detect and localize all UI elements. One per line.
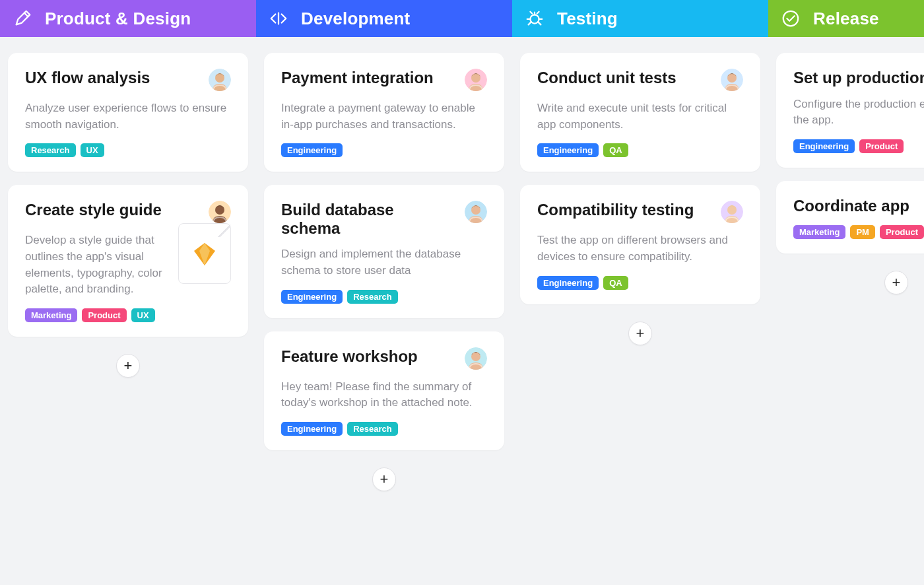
add-card-button[interactable]: + [116,354,140,378]
tag[interactable]: Engineering [281,290,343,304]
card[interactable]: Conduct unit testsWrite and execute unit… [520,53,760,172]
tag-list: EngineeringProduct [793,139,924,153]
column-testing: TestingConduct unit testsWrite and execu… [512,0,768,585]
card[interactable]: UX flow analysisAnalyze user experience … [8,53,248,172]
card[interactable]: Payment integrationIntegrate a payment g… [264,53,504,172]
card-description: Write and execute unit tests for critica… [537,100,743,133]
tag-list: EngineeringResearch [281,290,487,304]
card-description: Configure the production environment for… [793,96,924,129]
card-title: Conduct unit tests [537,69,679,87]
attachment-thumbnail[interactable] [178,223,231,284]
svg-point-3 [215,205,224,215]
svg-point-16 [727,205,737,215]
tag[interactable]: Research [25,143,76,157]
card-description: Develop a style guide that outlines the … [25,232,170,298]
tag-list: ResearchUX [25,143,231,157]
card[interactable]: Build database schemaDesign and implemen… [264,185,504,318]
add-card-button[interactable]: + [884,271,908,294]
tag[interactable]: Engineering [281,422,343,436]
card-description: Design and implement the database schema… [281,246,487,279]
bug-icon [524,8,545,29]
column-title: Development [301,9,410,29]
svg-point-14 [727,73,737,83]
card-title: Compatibility testing [537,201,696,219]
column-title: Release [813,9,879,29]
avatar[interactable] [209,69,231,91]
column-header-release[interactable]: Release [768,0,924,37]
card-head: UX flow analysis [25,69,231,91]
svg-point-11 [471,352,480,361]
tag[interactable]: Research [347,422,398,436]
card-body: Develop a style guide that outlines the … [25,223,231,298]
tag[interactable]: Product [82,308,126,322]
card-title: UX flow analysis [25,69,152,87]
svg-point-7 [471,73,480,83]
tag[interactable]: Marketing [793,225,845,239]
card-title: Coordinate app [793,197,912,215]
card-head: Coordinate app [793,197,924,215]
tag[interactable]: Engineering [281,143,343,157]
kanban-board: Product & DesignUX flow analysisAnalyze … [0,0,924,585]
column-release: ReleaseSet up productionConfigure the pr… [768,0,924,585]
column-header-testing[interactable]: Testing [512,0,768,37]
tag[interactable]: QA [603,143,628,157]
cards-list: Payment integrationIntegrate a payment g… [256,37,512,499]
avatar[interactable] [721,201,743,223]
pen-icon [12,8,33,29]
card-head: Payment integration [281,69,487,91]
code-icon [268,8,289,29]
svg-point-1 [215,73,224,83]
tag[interactable]: UX [81,143,104,157]
tag[interactable]: Research [347,290,398,304]
tag[interactable]: PM [850,225,875,239]
card[interactable]: Feature workshopHey team! Please find th… [264,331,504,450]
card-head: Compatibility testing [537,201,743,223]
column-header-development[interactable]: Development [256,0,512,37]
card-description: Test the app on different browsers and d… [537,232,743,265]
card-description: Hey team! Please find the summary of tod… [281,379,487,411]
card-title: Payment integration [281,69,436,87]
column-development: DevelopmentPayment integrationIntegrate … [256,0,512,585]
card-title: Build database schema [281,201,457,237]
column-title: Product & Design [45,9,191,29]
tag[interactable]: Engineering [793,139,855,153]
card-description: Integrate a payment gateway to enable in… [281,100,487,133]
card-title: Create style guide [25,201,164,219]
add-card-button[interactable]: + [628,322,652,345]
cards-list: Conduct unit testsWrite and execute unit… [512,37,768,353]
card-title: Set up production [793,69,924,87]
avatar[interactable] [721,69,743,91]
tag[interactable]: QA [603,276,628,290]
tag[interactable]: Engineering [537,143,599,157]
column-header-product-design[interactable]: Product & Design [0,0,256,37]
tag-list: EngineeringQA [537,276,743,290]
svg-point-17 [783,11,799,26]
column-title: Testing [557,9,618,29]
tag[interactable]: Product [859,139,904,153]
avatar[interactable] [465,69,487,91]
tag-list: MarketingProductUX [25,308,231,322]
column-product-design: Product & DesignUX flow analysisAnalyze … [0,0,256,585]
tag-list: Engineering [281,143,487,157]
svg-point-9 [471,205,480,215]
tag[interactable]: Product [880,225,924,239]
card-head: Conduct unit tests [537,69,743,91]
tag-list: EngineeringResearch [281,422,487,436]
avatar[interactable] [465,201,487,223]
tag-list: MarketingPMProduct [793,225,924,239]
card[interactable]: Compatibility testingTest the app on dif… [520,185,760,304]
avatar[interactable] [209,201,231,223]
card-head: Create style guide [25,201,231,223]
cards-list: Set up productionConfigure the productio… [768,37,924,302]
avatar[interactable] [465,347,487,370]
cards-list: UX flow analysisAnalyze user experience … [0,37,256,386]
card-title: Feature workshop [281,347,420,366]
add-card-button[interactable]: + [372,467,396,491]
tag[interactable]: UX [131,308,155,322]
card[interactable]: Set up productionConfigure the productio… [776,53,924,168]
card[interactable]: Create style guideDevelop a style guide … [8,185,248,337]
tag[interactable]: Engineering [537,276,599,290]
tag[interactable]: Marketing [25,308,77,322]
card[interactable]: Coordinate appMarketingPMProduct [776,181,924,254]
card-description: Analyze user experience flows to ensure … [25,100,231,133]
